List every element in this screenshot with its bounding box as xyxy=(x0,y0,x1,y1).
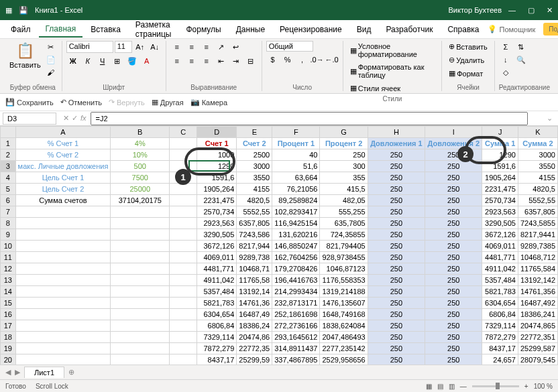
cell-J16[interactable]: 6806,84 xyxy=(482,309,518,320)
cell-K20[interactable]: 28079,545 xyxy=(518,354,557,365)
align-center-button[interactable]: ≡ xyxy=(185,55,199,67)
enter-formula-button[interactable]: ✓ xyxy=(72,114,78,123)
qat-camera-button[interactable]: 📷Камера xyxy=(190,98,227,107)
cell-F5[interactable]: 76,21056 xyxy=(272,184,320,195)
font-color-button[interactable]: A xyxy=(140,55,154,67)
cell-H4[interactable]: 250 xyxy=(368,172,425,184)
cell-J4[interactable]: 1905,264 xyxy=(482,172,518,184)
cell-K1[interactable]: Сумма 2 xyxy=(518,138,557,149)
cell-F13[interactable]: 196,4416763 xyxy=(272,275,320,286)
cell-C11[interactable] xyxy=(170,252,197,263)
cell-J17[interactable]: 7329,114 xyxy=(482,320,518,332)
sheet-tab[interactable]: Лист1 xyxy=(24,367,64,378)
cell-C19[interactable] xyxy=(170,343,197,354)
cell-F2[interactable]: 40 xyxy=(272,149,320,161)
row-header-15[interactable]: 15 xyxy=(1,298,16,309)
row-header-5[interactable]: 5 xyxy=(1,184,16,195)
zoom-out-button[interactable]: — xyxy=(460,383,467,390)
cell-F4[interactable]: 63,664 xyxy=(272,172,320,184)
cell-B2[interactable]: 10% xyxy=(111,149,170,161)
cell-A14[interactable] xyxy=(15,286,111,298)
cell-G9[interactable]: 724,35855 xyxy=(320,229,368,241)
cell-G6[interactable]: 482,05 xyxy=(320,195,368,206)
row-header-7[interactable]: 7 xyxy=(1,206,16,218)
fx-button[interactable]: fx xyxy=(80,114,87,123)
cell-B3[interactable]: 500 xyxy=(111,161,170,172)
cell-D4[interactable]: 1591,6 xyxy=(197,172,237,184)
cell-I4[interactable]: 250 xyxy=(425,172,482,184)
cell-E5[interactable]: 4155 xyxy=(237,184,272,195)
cell-D20[interactable]: 8437,17 xyxy=(197,354,237,365)
cell-C20[interactable] xyxy=(170,354,197,365)
cell-H3[interactable]: 250 xyxy=(368,161,425,172)
font-size-select[interactable]: 11 xyxy=(115,41,132,53)
cell-B6[interactable]: 37104,20175 xyxy=(111,195,170,206)
sheet-nav-next[interactable]: ▶ xyxy=(15,368,20,377)
cell-F18[interactable]: 293,1645612 xyxy=(272,332,320,343)
view-page-button[interactable]: ▤ xyxy=(437,383,443,390)
cell-styles-button[interactable]: ▦Стили ячеек xyxy=(347,82,403,94)
col-header-F[interactable]: F xyxy=(272,127,320,138)
number-format-select[interactable]: Общий xyxy=(266,41,313,52)
col-header-E[interactable]: E xyxy=(237,127,272,138)
cell-H18[interactable]: 250 xyxy=(368,332,425,343)
zoom-in-button[interactable]: + xyxy=(524,383,528,390)
cell-C2[interactable] xyxy=(170,149,197,161)
cell-G11[interactable]: 928,9738455 xyxy=(320,252,368,263)
cell-H15[interactable]: 250 xyxy=(368,298,425,309)
cell-E14[interactable]: 13192,14 xyxy=(237,286,272,298)
fill-button[interactable]: ↓ xyxy=(499,54,512,66)
col-header-I[interactable]: I xyxy=(425,127,482,138)
cell-J12[interactable]: 4911,042 xyxy=(482,263,518,275)
cell-K15[interactable]: 16487,492 xyxy=(518,298,557,309)
cell-K9[interactable]: 8217,9441 xyxy=(518,229,557,241)
qat-undo-button[interactable]: ↶Отменить xyxy=(60,98,102,107)
cell-G2[interactable]: 250 xyxy=(320,149,368,161)
cell-B13[interactable] xyxy=(111,275,170,286)
zoom-slider[interactable] xyxy=(472,385,519,387)
increase-decimal-button[interactable]: .0→ xyxy=(311,54,324,66)
select-all-button[interactable] xyxy=(1,127,16,138)
tab-home[interactable]: Главная xyxy=(39,21,83,38)
qat-redo-button[interactable]: ↷Вернуть xyxy=(109,98,145,107)
col-header-A[interactable]: A xyxy=(15,127,111,138)
increase-indent-button[interactable]: ⇥ xyxy=(229,55,243,67)
cell-B5[interactable]: 25000 xyxy=(111,184,170,195)
row-header-6[interactable]: 6 xyxy=(1,195,16,206)
cell-E15[interactable]: 14761,36 xyxy=(237,298,272,309)
row-header-17[interactable]: 17 xyxy=(1,320,16,332)
cell-E4[interactable]: 3550 xyxy=(237,172,272,184)
cell-H1[interactable]: Довложения 1 xyxy=(368,138,425,149)
cell-E6[interactable]: 4820,5 xyxy=(237,195,272,206)
col-header-G[interactable]: G xyxy=(320,127,368,138)
cell-F14[interactable]: 214,2993434 xyxy=(272,286,320,298)
percent-button[interactable]: % xyxy=(281,54,294,66)
cell-J3[interactable]: 1591,6 xyxy=(482,161,518,172)
cell-A15[interactable] xyxy=(15,298,111,309)
cell-I12[interactable]: 250 xyxy=(425,263,482,275)
cell-B19[interactable] xyxy=(111,343,170,354)
cell-G18[interactable]: 2047,486493 xyxy=(320,332,368,343)
cell-G5[interactable]: 415,5 xyxy=(320,184,368,195)
cell-J14[interactable]: 5821,783 xyxy=(482,286,518,298)
cell-D14[interactable]: 5357,484 xyxy=(197,286,237,298)
formula-input[interactable] xyxy=(91,112,528,125)
col-header-B[interactable]: B xyxy=(111,127,170,138)
cell-E20[interactable]: 25299,59 xyxy=(237,354,272,365)
cell-C17[interactable] xyxy=(170,320,197,332)
cell-E17[interactable]: 18386,24 xyxy=(237,320,272,332)
cell-C10[interactable] xyxy=(170,241,197,252)
user-name[interactable]: Виктор Бухтеев xyxy=(449,6,502,14)
col-header-J[interactable]: J xyxy=(482,127,518,138)
font-name-select[interactable]: Calibri xyxy=(66,41,113,53)
cell-B14[interactable] xyxy=(111,286,170,298)
cell-A8[interactable] xyxy=(15,218,111,229)
cell-J18[interactable]: 7872,279 xyxy=(482,332,518,343)
cell-G17[interactable]: 1838,624084 xyxy=(320,320,368,332)
cell-B11[interactable] xyxy=(111,252,170,263)
cell-D15[interactable]: 5821,783 xyxy=(197,298,237,309)
cell-H13[interactable]: 250 xyxy=(368,275,425,286)
col-header-D[interactable]: D xyxy=(197,127,237,138)
cell-A2[interactable]: % Счет 2 xyxy=(15,149,111,161)
cell-A12[interactable] xyxy=(15,263,111,275)
